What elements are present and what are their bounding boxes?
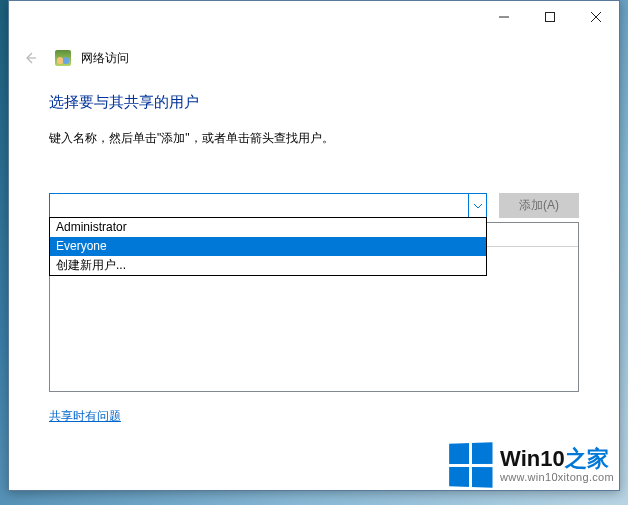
file-sharing-window: 网络访问 选择要与其共享的用户 键入名称，然后单击"添加"，或者单击箭头查找用户… [8,0,620,491]
breadcrumb-title: 网络访问 [81,50,129,67]
dropdown-toggle[interactable] [468,194,486,217]
breadcrumb-row: 网络访问 [9,33,619,83]
windows-logo-icon [449,442,492,488]
watermark: Win10之家 www.win10xitong.com [448,443,614,487]
minimize-button[interactable] [481,1,527,33]
content-area: 选择要与其共享的用户 键入名称，然后单击"添加"，或者单击箭头查找用户。 Adm… [9,83,619,490]
user-combo: Administrator Everyone 创建新用户... [49,193,487,218]
watermark-url: www.win10xitong.com [500,471,614,483]
watermark-text: Win10之家 www.win10xitong.com [500,447,614,483]
watermark-brand-prefix: Win10 [500,446,565,471]
add-button: 添加(A) [499,193,579,218]
watermark-brand-suffix: 之家 [565,446,609,471]
dropdown-item-everyone[interactable]: Everyone [50,237,486,256]
network-access-icon [55,50,71,66]
user-entry-row: Administrator Everyone 创建新用户... 添加(A) [49,193,579,218]
user-name-input[interactable] [49,193,487,218]
instruction-text: 键入名称，然后单击"添加"，或者单击箭头查找用户。 [49,130,579,147]
user-dropdown-list: Administrator Everyone 创建新用户... [49,217,487,276]
close-button[interactable] [573,1,619,33]
back-button [15,43,45,73]
dropdown-item-administrator[interactable]: Administrator [50,218,486,237]
maximize-button[interactable] [527,1,573,33]
window-titlebar [9,1,619,33]
svg-rect-1 [546,13,555,22]
dropdown-item-create-new-user[interactable]: 创建新用户... [50,256,486,275]
sharing-help-link[interactable]: 共享时有问题 [49,408,579,425]
page-heading: 选择要与其共享的用户 [49,93,579,112]
